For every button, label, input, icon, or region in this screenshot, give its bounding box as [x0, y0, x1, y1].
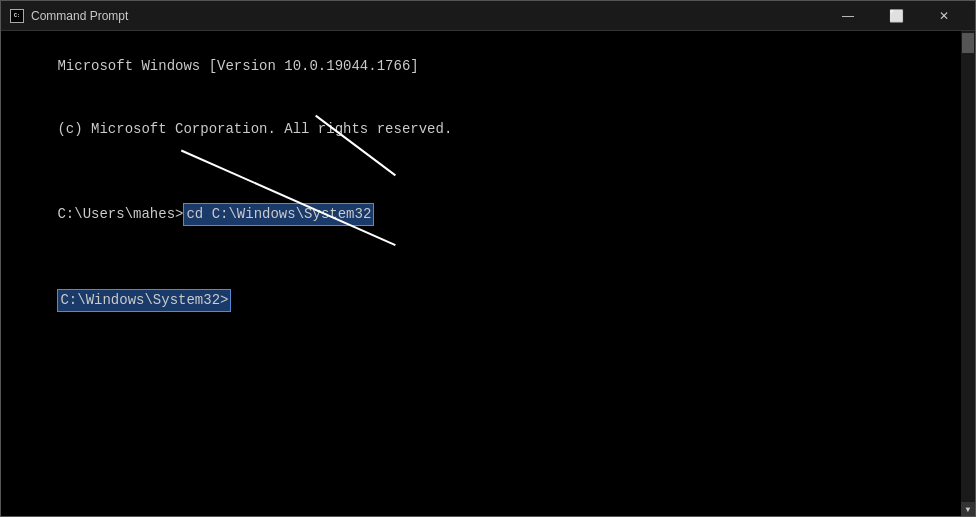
title-bar: Command Prompt — ⬜ ✕ [1, 1, 975, 31]
terminal-line-command: C:\Users\mahes>cd C:\Windows\System32 [7, 182, 969, 247]
maximize-button[interactable]: ⬜ [873, 1, 919, 31]
scrollbar[interactable]: ▼ [961, 31, 975, 516]
terminal-line: Microsoft Windows [Version 10.0.19044.17… [7, 35, 969, 98]
terminal-prompt: C:\Users\mahes> [57, 206, 183, 222]
terminal-area[interactable]: Microsoft Windows [Version 10.0.19044.17… [1, 31, 975, 516]
title-bar-left: Command Prompt [9, 8, 128, 24]
cmd-icon [9, 8, 25, 24]
minimize-button[interactable]: — [825, 1, 871, 31]
terminal-prompt-highlight: C:\Windows\System32> [57, 289, 231, 312]
terminal-command-highlight: cd C:\Windows\System32 [183, 203, 374, 226]
terminal-line: (c) Microsoft Corporation. All rights re… [7, 98, 969, 161]
scrollbar-arrow-down[interactable]: ▼ [961, 502, 975, 516]
window-controls: — ⬜ ✕ [825, 1, 967, 31]
command-prompt-window: Command Prompt — ⬜ ✕ Microsoft Windows [… [0, 0, 976, 517]
scrollbar-thumb[interactable] [962, 33, 974, 53]
terminal-text: Microsoft Windows [Version 10.0.19044.17… [57, 58, 418, 74]
terminal-line [7, 247, 969, 268]
window-title: Command Prompt [31, 9, 128, 23]
cmd-window-icon [10, 9, 24, 23]
terminal-text: (c) Microsoft Corporation. All rights re… [57, 121, 452, 137]
terminal-line-prompt: C:\Windows\System32> [7, 268, 969, 333]
close-button[interactable]: ✕ [921, 1, 967, 31]
terminal-line [7, 161, 969, 182]
